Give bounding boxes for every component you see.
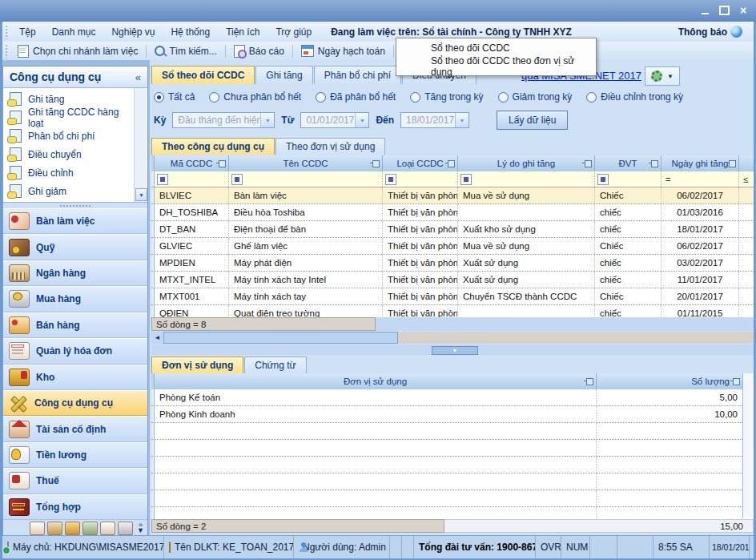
sidebar-module-10[interactable]: Thuế	[3, 468, 147, 494]
table-row[interactable]: MTXT_INTELMáy tính xách tay IntelThiết b…	[151, 272, 754, 288]
sidebar-splitter[interactable]	[3, 203, 147, 208]
schedule-icon[interactable]	[30, 522, 45, 535]
chevron-down-icon[interactable]: ▼	[355, 113, 368, 127]
column-header-6[interactable]: Số	[739, 155, 754, 171]
grid-tab-1[interactable]: Theo đơn vị sử dụng	[275, 138, 385, 155]
bank-small-icon[interactable]	[82, 522, 98, 535]
minimize-button[interactable]	[698, 5, 711, 16]
sidebar-module-3[interactable]: Mua hàng	[3, 286, 147, 312]
sidebar-module-6[interactable]: Kho	[3, 365, 147, 390]
filter-button-icon[interactable]	[460, 174, 472, 185]
table-row-selected[interactable]: BLVIECBàn làm việcThiết bị văn phònMua v…	[151, 187, 754, 204]
horizontal-scrollbar[interactable]: ◄	[151, 332, 754, 344]
scroll-down-icon[interactable]: ▼	[135, 188, 147, 201]
menu-item-tiện-ích[interactable]: Tiện ích	[218, 24, 267, 40]
sidebar-module-5[interactable]: Quản lý hóa đơn	[3, 338, 147, 364]
toolbar-button-1[interactable]: Tìm kiếm...	[148, 44, 223, 58]
detail-column-header-1[interactable]: Số lượng	[597, 373, 743, 389]
column-header-4[interactable]: ĐVT	[595, 155, 662, 171]
mail-small-icon[interactable]	[118, 522, 133, 535]
from-date-combobox[interactable]: 01/01/2017 ▼	[300, 112, 369, 128]
filter-button-icon[interactable]	[597, 174, 609, 185]
vertical-scrollbar[interactable]	[742, 373, 754, 518]
close-button[interactable]: ×	[737, 5, 750, 16]
table-row[interactable]: MPDIENMáy phát điệnThiết bị văn phònXuất…	[151, 255, 754, 272]
column-header-0[interactable]: Mã CCDC	[155, 155, 229, 171]
sidebar-action-4[interactable]: Điều chỉnh	[3, 163, 131, 182]
menu-item-danh-mục[interactable]: Danh mục	[44, 24, 104, 40]
filter-cell-1[interactable]	[229, 171, 383, 187]
sidebar-action-3[interactable]: Điều chuyển	[3, 145, 131, 163]
detail-tab-1[interactable]: Chứng từ	[244, 357, 306, 373]
radio-1[interactable]: Chưa phân bổ hết	[209, 91, 301, 103]
sidebar-module-0[interactable]: Bàn làm việc	[3, 208, 147, 234]
sidebar-module-11[interactable]: Tổng hợp	[3, 494, 147, 520]
filter-cell-5[interactable]: =	[662, 171, 739, 187]
horizontal-scrollbar-thumb[interactable]	[163, 332, 398, 344]
table-row[interactable]: GLVIECGhế làm việcThiết bị văn phònMua v…	[151, 238, 754, 255]
sidebar-module-7-active[interactable]: Công cụ dụng cụ	[3, 390, 147, 416]
menu-item-nghiệp-vụ[interactable]: Nghiệp vụ	[103, 24, 163, 40]
tab-0-active[interactable]: Sổ theo dõi CCDC	[151, 66, 255, 84]
report-small-icon[interactable]	[47, 522, 62, 535]
filter-cell-0[interactable]	[155, 171, 229, 187]
radio-0[interactable]: Tất cả	[154, 91, 195, 103]
detail-tab-0-active[interactable]: Đơn vị sử dụng	[151, 357, 243, 373]
export-menu-item-1[interactable]: Sổ theo dõi CCDC theo đơn vị sử dụng	[396, 57, 596, 75]
grid-tab-0-active[interactable]: Theo công cụ dụng cụ	[151, 138, 275, 155]
sidebar-module-9[interactable]: Tiền lương	[3, 442, 147, 468]
column-header-3[interactable]: Lý do ghi tăng	[458, 155, 595, 171]
tab-1[interactable]: Ghi tăng	[255, 66, 312, 84]
table-row[interactable]: DT_BANĐiện thoại để bànThiết bị văn phòn…	[151, 221, 754, 238]
splitter-collapse-button[interactable]: ▼	[432, 346, 478, 355]
radio-5[interactable]: Điều chỉnh trong kỳ	[586, 91, 683, 103]
menu-item-trợ-giúp[interactable]: Trợ giúp	[267, 24, 320, 40]
sidebar-module-8[interactable]: Tài sản cố định	[3, 416, 147, 441]
maximize-button[interactable]	[718, 5, 730, 16]
column-header-5[interactable]: Ngày ghi tăng	[662, 155, 739, 171]
document-small-icon[interactable]	[100, 522, 115, 535]
tab-2[interactable]: Phân bổ chi phí	[314, 66, 401, 84]
sidebar-action-1[interactable]: Ghi tăng CCDC hàng loạt	[3, 108, 131, 127]
customers-icon[interactable]	[65, 522, 80, 535]
sidebar-action-2[interactable]: Phân bổ chi phí	[3, 127, 131, 145]
toolbar-button-2[interactable]: Báo cáo	[227, 43, 291, 59]
table-row[interactable]: DH_TOSHIBAĐiều hòa ToshibaThiết bị văn p…	[151, 204, 754, 221]
collapse-sidebar-icon[interactable]: «	[135, 71, 141, 83]
column-header-1[interactable]: Tên CCDC	[229, 155, 383, 171]
radio-2[interactable]: Đã phân bổ hết	[316, 91, 396, 103]
menu-item-tệp[interactable]: Tệp	[11, 24, 44, 40]
filter-button-icon[interactable]	[231, 174, 243, 185]
panel-splitter[interactable]: ▼	[151, 344, 754, 355]
period-combobox[interactable]: Đầu tháng đến hiện tại ▼	[172, 112, 275, 128]
menu-item-hệ-thống[interactable]: Hệ thống	[163, 24, 218, 40]
notification-area[interactable]: Thông báo	[678, 26, 742, 38]
sidebar-action-5[interactable]: Ghi giảm	[3, 182, 131, 200]
filter-button-icon[interactable]	[385, 174, 396, 185]
filter-cell-6[interactable]: ≤	[739, 171, 754, 187]
toolbar-button-3[interactable]: Ngày hạch toán	[295, 43, 392, 58]
filter-cell-3[interactable]	[458, 171, 595, 187]
chevron-down-icon[interactable]: ▼	[455, 113, 468, 127]
sidebar-module-4[interactable]: Bán hàng	[3, 312, 147, 338]
chevron-down-icon[interactable]: ▼	[260, 113, 274, 127]
filter-button-icon[interactable]	[157, 174, 168, 185]
detail-column-header-0[interactable]: Đơn vị sử dụng	[155, 373, 597, 389]
to-date-combobox[interactable]: 18/01/2017 ▼	[400, 112, 469, 128]
settings-button[interactable]: ▼	[645, 66, 680, 86]
more-shortcuts-button[interactable]: »▼	[137, 522, 144, 534]
toolbar-button-0[interactable]: Chọn chi nhánh làm việc	[11, 43, 144, 59]
filter-cell-2[interactable]	[383, 171, 458, 187]
table-row[interactable]: MTXT001Máy tính xách tayThiết bị văn phò…	[151, 288, 754, 305]
table-row[interactable]: Phòng Kế toán5,00	[151, 389, 754, 406]
radio-4[interactable]: Giảm trong kỳ	[498, 91, 573, 103]
radio-3[interactable]: Tăng trong kỳ	[410, 91, 483, 103]
load-data-button[interactable]: Lấy dữ liệu	[497, 111, 568, 130]
column-header-2[interactable]: Loại CCDC	[383, 155, 458, 171]
sidebar-module-2[interactable]: Ngân hàng	[3, 260, 147, 286]
sidebar-scrollbar[interactable]: ▼	[134, 88, 147, 202]
table-row[interactable]: Phòng Kinh doanh10,00	[151, 406, 754, 423]
sidebar-module-1[interactable]: Quỹ	[3, 234, 147, 260]
scroll-left-icon[interactable]: ◄	[151, 332, 163, 344]
filter-cell-4[interactable]	[595, 171, 662, 187]
